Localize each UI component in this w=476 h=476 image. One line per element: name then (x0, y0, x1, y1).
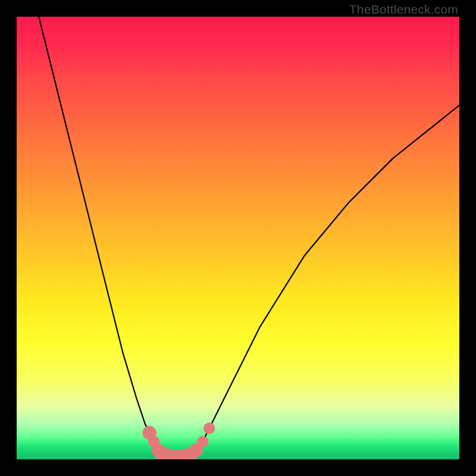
watermark: TheBottleneck.com (349, 2, 458, 17)
curve-right-branch (194, 105, 459, 455)
marker-10 (203, 422, 215, 434)
chart-area (17, 17, 459, 459)
marker-9 (197, 436, 208, 447)
chart-svg (17, 17, 459, 459)
curve-left-branch (39, 17, 162, 455)
